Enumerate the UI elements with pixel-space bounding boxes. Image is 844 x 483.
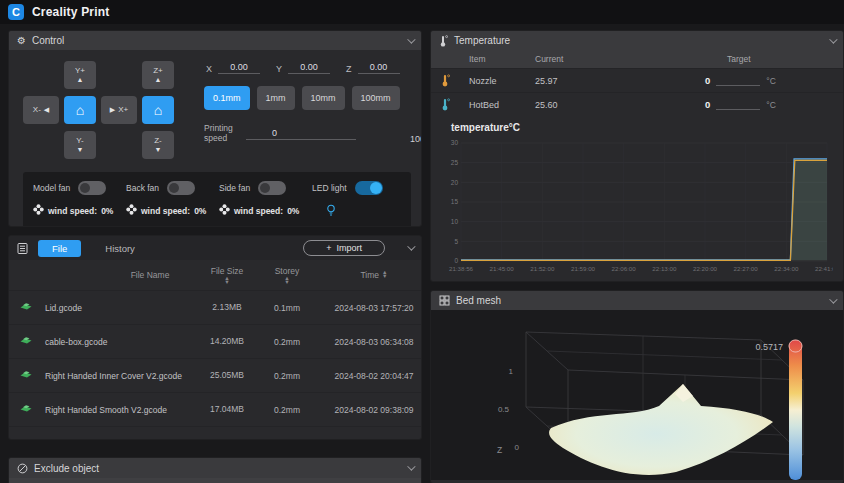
wind-speed-label: wind speed: (141, 206, 190, 216)
wind-speed-label: wind speed: (234, 206, 283, 216)
arrow-up-icon: ▲ (155, 76, 162, 83)
file-table-row[interactable]: Lid.gcode2.13MB0.1mm2024-08-03 17:57:201… (9, 290, 421, 324)
hotbed-target-field[interactable] (716, 100, 760, 110)
jog-y-minus-button[interactable]: Y-▼ (64, 131, 96, 159)
fan-icon (126, 204, 137, 217)
step-button-0.1mm[interactable]: 0.1mm (204, 86, 250, 110)
control-body: Y+▲ Z+▲ X-◀ ⌂ ▶X+ ⌂ Y-▼ Z-▼ (9, 50, 421, 227)
file-name: Lid.gcode (45, 303, 195, 313)
bed-mesh-panel-header[interactable]: Bed mesh (431, 291, 843, 310)
sort-icon: ▲▼ (382, 270, 387, 278)
jog-y-plus-button[interactable]: Y+▲ (64, 61, 96, 89)
gcode-file-icon (19, 301, 45, 314)
printing-speed-max: 100% (410, 134, 422, 144)
y-position-field[interactable]: 0.00 (288, 62, 330, 74)
file-storey: 0.2mm (259, 439, 315, 441)
nozzle-current: 25.97 (535, 76, 655, 86)
fan-toggle[interactable] (258, 181, 286, 195)
led-bulb-icon[interactable] (326, 204, 336, 219)
temperature-chart: 30252015105021:38:5621:45:0021:52:0021:5… (441, 135, 833, 275)
file-table-row[interactable]: mount.gcode13.19MB0.2mm2024-08-01 20:51:… (9, 426, 421, 440)
col-file-name[interactable]: File Name (45, 270, 195, 280)
col-storey[interactable]: Storey▲▼ (259, 266, 315, 284)
temperature-panel-header[interactable]: Temperature (431, 31, 843, 50)
x-tick-label: 22:27:00 (734, 265, 759, 272)
tab-history[interactable]: History (91, 240, 149, 257)
step-button-1mm[interactable]: 1mm (257, 86, 295, 110)
fan-label: Side fan (219, 183, 250, 193)
gcode-file-icon (19, 369, 45, 382)
home-xy-button[interactable]: ⌂ (64, 96, 96, 124)
col-file-size[interactable]: File Size▲▼ (195, 266, 259, 284)
file-table-row[interactable]: cable-box.gcode14.20MB0.2mm2024-08-03 06… (9, 324, 421, 358)
file-time: 2024-08-03 06:34:08 (315, 337, 421, 347)
jog-z-plus-button[interactable]: Z+▲ (142, 61, 174, 89)
fan-toggle[interactable] (78, 181, 106, 195)
home-z-button[interactable]: ⌂ (142, 96, 174, 124)
exclude-panel-header[interactable]: Exclude object (9, 458, 421, 478)
y-tick-label: 25 (451, 159, 459, 166)
jog-x-plus-button[interactable]: ▶X+ (101, 96, 137, 124)
control-title: Control (32, 35, 64, 46)
bed-mesh-plot: 1 0.5 0 Z 0.5717 (431, 310, 829, 480)
printing-speed-field[interactable]: 0 (246, 128, 356, 140)
gear-icon: ⚙ (17, 36, 26, 46)
control-panel-header[interactable]: ⚙ Control (9, 31, 421, 50)
chevron-down-icon[interactable] (829, 295, 837, 303)
file-table-row[interactable]: Right Handed Inner Cover V2.gcode25.05MB… (9, 358, 421, 392)
step-button-10mm[interactable]: 10mm (302, 86, 345, 110)
col-time[interactable]: Time▲▼ (315, 270, 422, 280)
file-storey: 0.2mm (259, 371, 315, 381)
file-table-body: Lid.gcode2.13MB0.1mm2024-08-03 17:57:201… (9, 290, 421, 440)
temperature-chart-wrap: temperature°C 30252015105021:38:5621:45:… (431, 116, 843, 281)
chevron-down-icon[interactable] (407, 242, 415, 250)
nozzle-unit: °C (766, 76, 776, 86)
chevron-down-icon[interactable] (407, 462, 415, 470)
exclude-object-panel: Exclude object (8, 457, 422, 483)
wind-speed-label: wind speed: (48, 206, 97, 216)
wind-speed-value: 0% (287, 206, 299, 216)
nozzle-label: Nozzle (469, 76, 535, 86)
step-button-100mm[interactable]: 100mm (352, 86, 400, 110)
colorbar-max-label: 0.5717 (755, 342, 783, 352)
file-storey: 0.1mm (259, 303, 315, 313)
y-tick-label: 0 (454, 257, 458, 264)
wind-speed-value: 0% (101, 206, 113, 216)
bed-mesh-panel: Bed mesh (430, 290, 844, 483)
gcode-file-icon (19, 437, 45, 440)
file-name: cable-box.gcode (45, 337, 195, 347)
col-current: Current (535, 54, 655, 64)
plus-icon: + (326, 243, 331, 253)
y-tick-label: 30 (451, 139, 459, 146)
toggle-knob (260, 183, 270, 193)
fan-label: LED light (312, 183, 347, 193)
bed-mesh-body[interactable]: 1 0.5 0 Z 0.5717 (431, 310, 843, 480)
x-tick-label: 21:52:00 (530, 265, 555, 272)
arrow-left-icon: ◀ (44, 106, 49, 113)
jog-x-minus-button[interactable]: X-◀ (23, 96, 59, 124)
z-tick-05: 0.5 (498, 405, 510, 414)
chevron-down-icon[interactable] (829, 35, 837, 43)
z-position-field[interactable]: 0.00 (358, 62, 400, 74)
nozzle-target-field[interactable] (716, 76, 760, 86)
chevron-down-icon[interactable] (407, 35, 415, 43)
series-hotbed (461, 160, 827, 260)
hotbed-target-value: 0 (705, 99, 710, 110)
fan-toggle[interactable] (167, 181, 195, 195)
file-table-row[interactable]: Right Handed Smooth V2.gcode17.04MB0.2mm… (9, 392, 421, 426)
exclude-object-icon (17, 463, 28, 474)
creality-logo-icon: C (8, 4, 24, 20)
bed-mesh-icon (439, 295, 450, 306)
jog-z-minus-button[interactable]: Z-▼ (142, 131, 174, 159)
exclude-panel-body (9, 478, 421, 483)
x-tick-label: 22:20:00 (693, 265, 718, 272)
x-tick-label: 21:38:56 (449, 265, 474, 272)
y-tick-label: 20 (451, 179, 459, 186)
y-tick-label: 10 (451, 218, 459, 225)
creality-print-window: C Creality Print ⚙ Control Y+▲ Z+▲ X-◀ (0, 0, 844, 483)
file-size: 17.04MB (195, 404, 259, 415)
import-button[interactable]: + Import (303, 240, 385, 256)
tab-file[interactable]: File (38, 240, 81, 257)
x-position-field[interactable]: 0.00 (218, 62, 260, 74)
fan-toggle[interactable] (355, 181, 383, 195)
